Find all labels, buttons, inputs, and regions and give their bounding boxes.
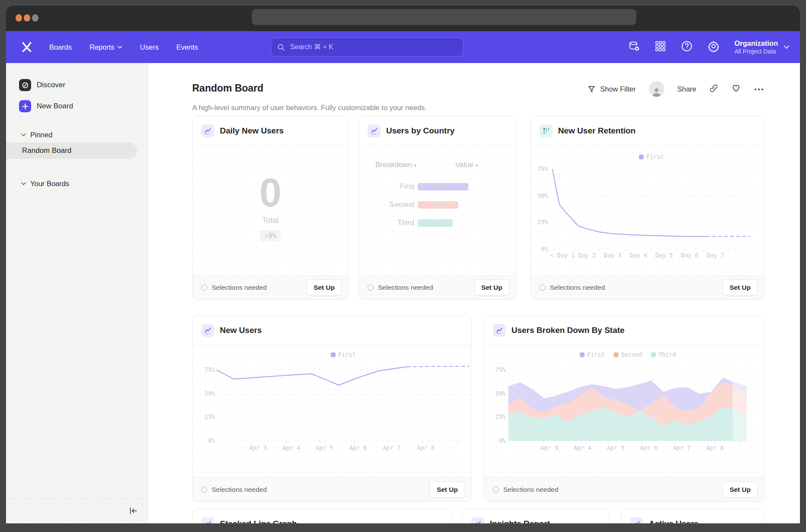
more-options-icon[interactable]: [754, 85, 764, 93]
card-active-users: Active Users: [621, 509, 765, 523]
svg-text:75%: 75%: [495, 366, 506, 373]
card-body: 0 Total ↑0%: [193, 146, 348, 276]
chevron-down-icon: [784, 45, 789, 49]
set-up-button[interactable]: Set Up: [722, 481, 758, 498]
card-body: Breakdown ▾ Value ▾ First Second Third: [359, 146, 516, 276]
status-text: Selections needed: [550, 284, 605, 291]
retention-chart: 75%50%25%0%< Day 1Day 2Day 3Day 4Day 5Da…: [531, 146, 763, 276]
svg-text:25%: 25%: [538, 218, 548, 225]
card-footer: Selections needed Set Up: [193, 276, 348, 299]
card-stacked-line-graph: Stacked Line Graph: [192, 509, 452, 523]
card-body: 75%50%25%0%< Day 1Day 2Day 3Day 4Day 5Da…: [531, 146, 764, 276]
mixpanel-logo-icon[interactable]: [21, 41, 34, 54]
org-switcher[interactable]: Organization All Project Data: [734, 39, 789, 55]
window-zoom-button[interactable]: [32, 14, 38, 22]
sidebar-footer: [6, 498, 148, 523]
sidebar-section-pinned[interactable]: Pinned: [21, 130, 52, 139]
country-bar-row: First: [359, 183, 468, 190]
card-footer: Selections needed Set Up: [359, 276, 516, 299]
svg-text:Apr 6: Apr 6: [349, 444, 367, 451]
state-area-chart: 75%50%25%0%Apr 3Apr 4Apr 5Apr 6Apr 7Apr …: [484, 345, 763, 478]
svg-text:Apr 8: Apr 8: [706, 444, 724, 451]
card-header[interactable]: Stacked Line Graph: [193, 509, 452, 523]
sidebar-item-random-board[interactable]: Random Board: [6, 142, 137, 159]
svg-text:Apr 7: Apr 7: [383, 444, 400, 451]
card-header[interactable]: New User Retention: [531, 116, 764, 146]
new-users-chart: 75%50%25%0%Apr 3Apr 4Apr 5Apr 6Apr 7Apr …: [193, 345, 470, 478]
status-text: Selections needed: [503, 486, 558, 494]
nav-item-boards[interactable]: Boards: [49, 43, 72, 51]
svg-text:Apr 8: Apr 8: [417, 444, 435, 451]
card-insights-report: Insights Report: [462, 509, 609, 523]
nav-item-reports[interactable]: Reports: [89, 43, 122, 51]
card-header[interactable]: Insights Report: [463, 509, 609, 523]
card-body: 75%50%25%0%Apr 3Apr 4Apr 5Apr 6Apr 7Apr …: [484, 345, 764, 478]
search-bar[interactable]: [271, 38, 463, 57]
line-chart-icon: [201, 124, 214, 137]
card-title: Users by Country: [386, 126, 454, 136]
collapse-sidebar-icon[interactable]: [129, 507, 138, 515]
card-title: Active Users: [649, 519, 698, 523]
set-up-button[interactable]: Set Up: [429, 481, 465, 498]
window-close-button[interactable]: [16, 14, 22, 22]
card-header[interactable]: New Users: [193, 316, 471, 345]
copy-link-icon[interactable]: [709, 84, 718, 95]
svg-text:25%: 25%: [205, 413, 215, 420]
card-header[interactable]: Users by Country: [359, 116, 516, 146]
value-dropdown[interactable]: Value ▾: [455, 161, 478, 169]
svg-text:Apr 3: Apr 3: [249, 444, 267, 451]
chevron-down-icon: [21, 133, 26, 136]
svg-text:First: First: [338, 351, 356, 358]
favorite-heart-icon[interactable]: [731, 84, 741, 94]
search-input[interactable]: [289, 43, 457, 51]
nav-item-events[interactable]: Events: [176, 43, 198, 51]
svg-text:75%: 75%: [205, 366, 215, 373]
svg-text:Day 6: Day 6: [681, 252, 698, 259]
breakdown-dropdown[interactable]: Breakdown ▾: [375, 161, 416, 169]
line-chart-icon: [201, 324, 214, 337]
svg-text:0%: 0%: [499, 437, 506, 444]
svg-text:Apr 4: Apr 4: [574, 444, 591, 451]
status-text: Selections needed: [212, 486, 267, 494]
card-title: Users Broken Down By State: [511, 326, 625, 335]
card-header[interactable]: Users Broken Down By State: [484, 316, 764, 345]
line-chart-icon: [493, 324, 506, 337]
svg-text:0%: 0%: [541, 245, 548, 252]
card-daily-new-users: Daily New Users 0 Total ↑0% Selections n…: [192, 116, 349, 300]
avatar[interactable]: [649, 81, 664, 97]
window-titlebar: [6, 6, 800, 31]
set-up-button[interactable]: Set Up: [306, 279, 342, 296]
card-users-by-country: Users by Country Breakdown ▾ Value ▾ Fir…: [359, 116, 516, 300]
filter-funnel-icon: [587, 85, 596, 93]
bar-third: [418, 219, 453, 227]
nav-item-users[interactable]: Users: [140, 43, 159, 51]
sidebar-section-your-boards[interactable]: Your Boards: [21, 179, 69, 188]
svg-text:Day 3: Day 3: [604, 252, 622, 259]
show-filter-button[interactable]: Show Filter: [587, 85, 636, 93]
svg-text:Day 2: Day 2: [578, 252, 596, 259]
svg-text:First: First: [646, 153, 664, 160]
data-management-icon[interactable]: [628, 41, 640, 54]
svg-text:Day 4: Day 4: [629, 252, 647, 259]
share-button[interactable]: Share: [677, 85, 696, 93]
svg-text:Day 7: Day 7: [707, 252, 724, 259]
card-title: New Users: [220, 326, 262, 335]
address-bar[interactable]: [252, 9, 636, 25]
svg-text:50%: 50%: [495, 390, 506, 397]
set-up-button[interactable]: Set Up: [722, 279, 758, 296]
chevron-down-icon: [21, 182, 26, 185]
sidebar-item-discover[interactable]: Discover: [19, 79, 65, 91]
card-header[interactable]: Daily New Users: [193, 116, 348, 146]
sidebar-item-new-board[interactable]: New Board: [19, 100, 73, 112]
set-up-button[interactable]: Set Up: [474, 279, 510, 296]
help-icon[interactable]: [681, 40, 693, 54]
svg-text:Second: Second: [621, 351, 642, 358]
search-icon: [277, 43, 285, 51]
card-users-by-state: Users Broken Down By State 75%50%25%0%Ap…: [484, 315, 765, 502]
window-minimize-button[interactable]: [24, 14, 30, 22]
board-main: Random Board A high-level summary of use…: [148, 63, 800, 523]
card-header[interactable]: Active Users: [622, 509, 764, 523]
settings-gear-icon[interactable]: [708, 40, 720, 54]
apps-grid-icon[interactable]: [655, 41, 666, 54]
plus-icon: [19, 100, 31, 112]
